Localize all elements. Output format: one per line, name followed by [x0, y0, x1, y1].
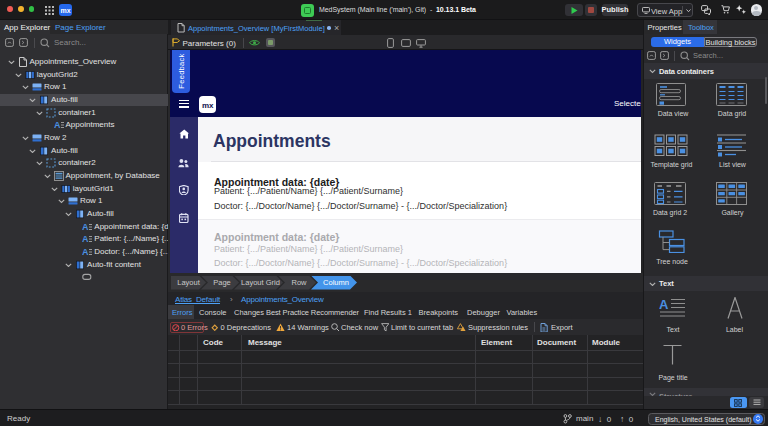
svg-text:A: A	[54, 120, 61, 130]
svg-text:A: A	[82, 247, 89, 257]
svg-text:A: A	[82, 234, 89, 244]
svg-text:A: A	[659, 297, 669, 312]
svg-text:A: A	[82, 222, 89, 232]
